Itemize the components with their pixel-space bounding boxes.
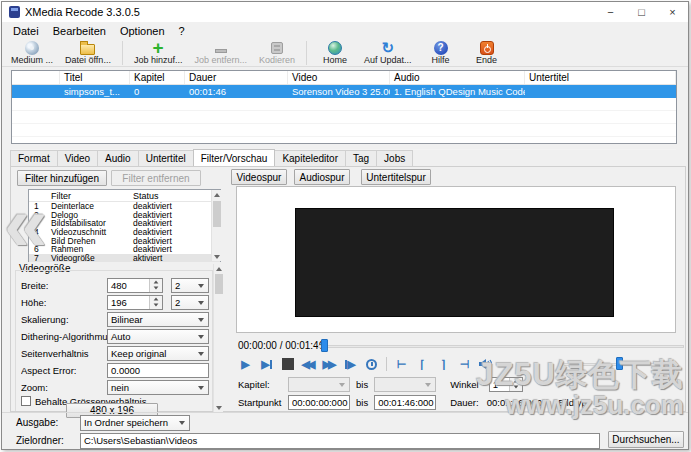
browse-button[interactable]: Durchsuchen... <box>608 431 684 448</box>
toolbar-encode-button[interactable]: Kodieren <box>254 39 300 66</box>
spinner-arrows-icon[interactable] <box>149 279 162 292</box>
tab-format[interactable]: Format <box>10 150 58 166</box>
dauer-label: Dauer: <box>450 397 479 408</box>
seitenverhaeltnis-select[interactable]: Keep original <box>107 346 209 361</box>
startpunkt-label: Startpunkt <box>238 397 288 408</box>
close-button[interactable]: × <box>657 2 688 22</box>
tab-audio[interactable]: Audio <box>97 150 139 166</box>
videogroesse-scrollbar[interactable] <box>213 264 223 412</box>
filter-list-header-status[interactable]: Status <box>133 191 220 201</box>
aspect-error-field[interactable]: 0.0000 <box>107 363 209 378</box>
untertitelspur-button[interactable]: Untertitelspur <box>361 169 431 185</box>
table-row-selected[interactable]: simpsons_t... 0 00:01:46 Sorenson Video … <box>12 85 676 98</box>
volume-slider[interactable] <box>558 357 664 371</box>
empty-row <box>12 111 676 124</box>
toolbar-home-button[interactable]: Home <box>313 39 357 66</box>
keep-ratio-checkbox[interactable] <box>21 396 31 406</box>
mark-in-icon[interactable]: ⊢ <box>393 356 410 372</box>
scrollbar-thumb[interactable] <box>213 201 221 227</box>
encode-icon <box>271 42 283 54</box>
preview-area <box>236 186 676 333</box>
seek-track[interactable] <box>318 345 684 348</box>
spinner-arrows-icon[interactable] <box>509 378 522 391</box>
goto-time-icon[interactable] <box>363 356 380 372</box>
bracket-out-icon[interactable]: ⌉ <box>435 356 452 372</box>
filter-list: Filter Status 1 Deinterlace deaktiviert … <box>28 189 221 262</box>
seek-slider[interactable] <box>318 339 684 353</box>
videospur-button[interactable]: Videospur <box>231 169 287 185</box>
audiospur-button[interactable]: Audiospur <box>294 169 350 185</box>
scrollbar-thumb[interactable] <box>215 274 223 294</box>
ausgabe-select[interactable]: In Ordner speichern <box>80 415 190 431</box>
menu-bearbeiten[interactable]: Bearbeiten <box>46 24 113 38</box>
tab-filter-vorschau[interactable]: Filter/Vorschau <box>193 149 276 166</box>
column-header-untertitel[interactable]: Untertitel <box>525 71 676 84</box>
column-header-dauer[interactable]: Dauer <box>185 71 288 84</box>
startpunkt-field[interactable]: 00:00:00:000 <box>288 395 350 410</box>
skip-forward-icon[interactable]: ▶ <box>258 356 275 372</box>
maximize-button[interactable]: □ <box>626 2 657 22</box>
hoehe-spinner[interactable]: 196 <box>107 295 163 310</box>
toolbar-separator <box>122 41 123 65</box>
stop-icon[interactable] <box>279 356 296 372</box>
breite-spinner[interactable]: 480 <box>107 278 163 293</box>
toolbar-medium-button[interactable]: Medium ... <box>6 39 58 66</box>
filter-list-header-filter[interactable]: Filter <box>51 191 133 201</box>
menu-hilfe[interactable]: ? <box>172 24 192 38</box>
video-frame <box>295 208 614 317</box>
filter-list-scrollbar[interactable] <box>211 190 221 261</box>
job-file-table: Titel Kapitel Dauer Video Audio Untertit… <box>11 70 677 144</box>
column-header-audio[interactable]: Audio <box>390 71 525 84</box>
volume-thumb[interactable] <box>616 357 623 370</box>
hoehe-step-select[interactable]: 2 <box>171 295 209 310</box>
scroll-down-icon[interactable] <box>214 403 224 412</box>
play-icon[interactable]: ▶ <box>237 356 254 372</box>
tab-tag[interactable]: Tag <box>345 150 377 166</box>
bracket-in-icon[interactable]: ⌈ <box>414 356 431 372</box>
mark-out-icon[interactable]: ⊣ <box>456 356 473 372</box>
column-header-titel[interactable]: Titel <box>60 71 130 84</box>
toolbar-exit-button[interactable]: Ende <box>465 39 509 66</box>
fast-forward-icon[interactable]: ▶▶ <box>321 356 338 372</box>
filter-row-videogroesse[interactable]: 7 Videogröße aktiviert <box>29 254 220 263</box>
toolbar-remove-job-button[interactable]: Job entfern... <box>189 39 252 66</box>
kapitel-select[interactable] <box>288 377 350 392</box>
divider <box>2 412 688 413</box>
column-header-video[interactable]: Video <box>288 71 390 84</box>
empty-row <box>12 124 676 137</box>
skalierung-select[interactable]: Bilinear <box>107 312 209 327</box>
toolbar-update-button[interactable]: ↻ Auf Updat... <box>359 39 417 66</box>
app-icon <box>9 6 20 18</box>
volume-icon[interactable] <box>477 356 494 372</box>
scroll-down-icon[interactable] <box>212 252 222 261</box>
tab-untertitel[interactable]: Untertitel <box>138 150 194 166</box>
tab-bar: Format Video Audio Untertitel Filter/Vor… <box>10 150 412 167</box>
step-forward-icon[interactable]: ▶ <box>342 356 359 372</box>
seek-thumb[interactable] <box>321 339 328 352</box>
menu-datei[interactable]: Datei <box>6 24 46 38</box>
tab-jobs[interactable]: Jobs <box>376 150 413 166</box>
spinner-arrows-icon[interactable] <box>149 296 162 309</box>
tab-kapiteleditor[interactable]: Kapiteleditor <box>274 150 346 166</box>
winkel-label: Winkel <box>450 379 479 390</box>
kapitel-bis-select[interactable] <box>374 377 436 392</box>
rewind-icon[interactable]: ◀◀ <box>300 356 317 372</box>
filter-add-button[interactable]: Filter hinzufügen <box>17 170 107 186</box>
breite-step-select[interactable]: 2 <box>171 278 209 293</box>
dithering-select[interactable]: Auto <box>107 329 209 344</box>
column-header-kapitel[interactable]: Kapitel <box>130 71 185 84</box>
open-folder-icon <box>80 44 95 55</box>
scroll-up-icon[interactable] <box>214 264 224 273</box>
scroll-up-icon[interactable] <box>212 190 222 199</box>
toolbar-help-button[interactable]: ? Hilfe <box>419 39 463 66</box>
tab-video[interactable]: Video <box>57 150 98 166</box>
menu-optionen[interactable]: Optionen <box>113 24 172 38</box>
winkel-spinner[interactable]: 1 <box>489 377 523 392</box>
toolbar-open-file-button[interactable]: Datei öffn... <box>60 39 116 66</box>
zielordner-field[interactable]: C:\Users\Sebastian\Videos <box>80 433 600 449</box>
filter-remove-button[interactable]: Filter entfernen <box>111 170 201 186</box>
toolbar-add-job-button[interactable]: + Job hinzuf... <box>129 39 188 66</box>
kapitel-label: Kapitel: <box>238 379 288 390</box>
minimize-button[interactable]: − <box>595 2 626 22</box>
endpunkt-field[interactable]: 00:01:46:000 <box>374 395 436 410</box>
